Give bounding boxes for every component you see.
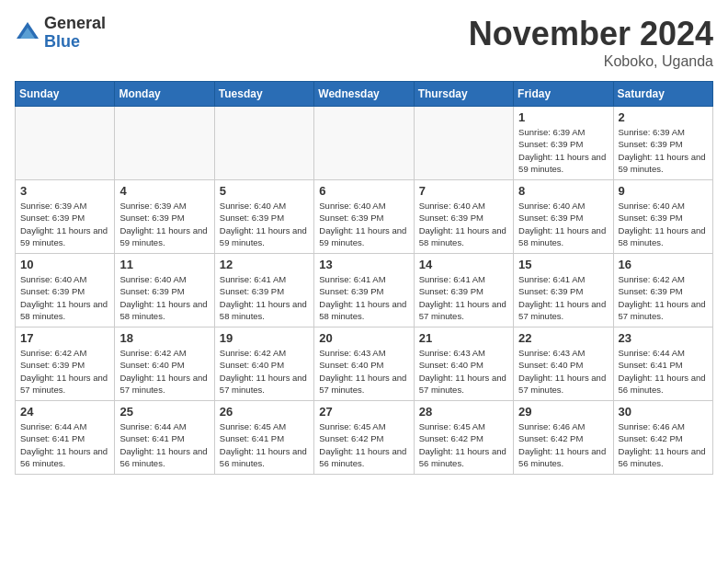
logo: General Blue xyxy=(15,15,106,52)
calendar-cell xyxy=(314,107,414,180)
logo-general: General xyxy=(44,15,106,33)
day-number: 10 xyxy=(20,258,109,271)
calendar-cell: 5Sunrise: 6:40 AM Sunset: 6:39 PM Daylig… xyxy=(214,180,313,254)
calendar-cell: 26Sunrise: 6:45 AM Sunset: 6:41 PM Dayli… xyxy=(214,401,313,475)
day-number: 20 xyxy=(319,331,408,345)
day-info: Sunrise: 6:39 AM Sunset: 6:39 PM Dayligh… xyxy=(119,200,209,248)
day-info: Sunrise: 6:43 AM Sunset: 6:40 PM Dayligh… xyxy=(419,347,508,396)
calendar-week-4: 17Sunrise: 6:42 AM Sunset: 6:39 PM Dayli… xyxy=(16,327,713,401)
day-header-thursday: Thursday xyxy=(414,82,513,107)
calendar-header: SundayMondayTuesdayWednesdayThursdayFrid… xyxy=(16,82,713,107)
day-header-wednesday: Wednesday xyxy=(314,82,414,107)
calendar-cell: 30Sunrise: 6:46 AM Sunset: 6:42 PM Dayli… xyxy=(613,401,712,475)
day-info: Sunrise: 6:40 AM Sunset: 6:39 PM Dayligh… xyxy=(119,273,209,322)
day-info: Sunrise: 6:42 AM Sunset: 6:39 PM Dayligh… xyxy=(20,347,109,396)
day-info: Sunrise: 6:43 AM Sunset: 6:40 PM Dayligh… xyxy=(518,347,608,396)
month-title: November 2024 xyxy=(469,15,713,53)
day-info: Sunrise: 6:41 AM Sunset: 6:39 PM Dayligh… xyxy=(319,273,408,322)
calendar-cell: 22Sunrise: 6:43 AM Sunset: 6:40 PM Dayli… xyxy=(514,327,613,401)
day-info: Sunrise: 6:41 AM Sunset: 6:39 PM Dayligh… xyxy=(220,273,309,322)
day-header-tuesday: Tuesday xyxy=(214,82,313,107)
day-info: Sunrise: 6:44 AM Sunset: 6:41 PM Dayligh… xyxy=(619,347,708,396)
calendar-cell: 19Sunrise: 6:42 AM Sunset: 6:40 PM Dayli… xyxy=(214,327,313,401)
calendar-cell: 7Sunrise: 6:40 AM Sunset: 6:39 PM Daylig… xyxy=(414,180,513,254)
calendar-cell: 17Sunrise: 6:42 AM Sunset: 6:39 PM Dayli… xyxy=(16,327,115,401)
day-info: Sunrise: 6:42 AM Sunset: 6:40 PM Dayligh… xyxy=(220,347,309,396)
day-info: Sunrise: 6:44 AM Sunset: 6:41 PM Dayligh… xyxy=(20,420,109,469)
day-header-sunday: Sunday xyxy=(16,82,115,107)
day-info: Sunrise: 6:45 AM Sunset: 6:42 PM Dayligh… xyxy=(419,420,508,469)
day-info: Sunrise: 6:40 AM Sunset: 6:39 PM Dayligh… xyxy=(619,200,708,248)
calendar-week-1: 1Sunrise: 6:39 AM Sunset: 6:39 PM Daylig… xyxy=(16,107,713,180)
day-number: 3 xyxy=(20,184,109,198)
day-number: 15 xyxy=(518,258,608,271)
day-info: Sunrise: 6:45 AM Sunset: 6:41 PM Dayligh… xyxy=(220,420,309,469)
title-block: November 2024 Koboko, Uganda xyxy=(469,15,713,70)
calendar-cell xyxy=(414,107,513,180)
calendar-cell: 27Sunrise: 6:45 AM Sunset: 6:42 PM Dayli… xyxy=(314,401,414,475)
day-info: Sunrise: 6:42 AM Sunset: 6:40 PM Dayligh… xyxy=(119,347,209,396)
calendar-week-5: 24Sunrise: 6:44 AM Sunset: 6:41 PM Dayli… xyxy=(16,401,713,475)
day-number: 1 xyxy=(518,110,608,124)
location: Koboko, Uganda xyxy=(469,53,713,70)
day-info: Sunrise: 6:41 AM Sunset: 6:39 PM Dayligh… xyxy=(419,273,508,322)
logo-blue: Blue xyxy=(44,33,106,52)
day-number: 28 xyxy=(419,405,508,419)
day-info: Sunrise: 6:39 AM Sunset: 6:39 PM Dayligh… xyxy=(619,126,708,175)
calendar-cell: 18Sunrise: 6:42 AM Sunset: 6:40 PM Dayli… xyxy=(115,327,214,401)
calendar-cell: 9Sunrise: 6:40 AM Sunset: 6:39 PM Daylig… xyxy=(613,180,712,254)
calendar-week-2: 3Sunrise: 6:39 AM Sunset: 6:39 PM Daylig… xyxy=(16,180,713,254)
calendar-cell: 6Sunrise: 6:40 AM Sunset: 6:39 PM Daylig… xyxy=(314,180,414,254)
day-header-monday: Monday xyxy=(115,82,214,107)
calendar-cell: 16Sunrise: 6:42 AM Sunset: 6:39 PM Dayli… xyxy=(613,254,712,327)
day-number: 9 xyxy=(619,184,708,198)
page-header: General Blue November 2024 Koboko, Ugand… xyxy=(15,15,713,70)
calendar-cell: 8Sunrise: 6:40 AM Sunset: 6:39 PM Daylig… xyxy=(514,180,613,254)
calendar-cell: 21Sunrise: 6:43 AM Sunset: 6:40 PM Dayli… xyxy=(414,327,513,401)
day-number: 6 xyxy=(319,184,408,198)
day-number: 21 xyxy=(419,331,508,345)
calendar-cell: 14Sunrise: 6:41 AM Sunset: 6:39 PM Dayli… xyxy=(414,254,513,327)
day-number: 27 xyxy=(319,405,408,419)
day-info: Sunrise: 6:45 AM Sunset: 6:42 PM Dayligh… xyxy=(319,420,408,469)
calendar-cell: 25Sunrise: 6:44 AM Sunset: 6:41 PM Dayli… xyxy=(115,401,214,475)
calendar-cell: 23Sunrise: 6:44 AM Sunset: 6:41 PM Dayli… xyxy=(613,327,712,401)
day-number: 25 xyxy=(119,405,209,419)
day-header-saturday: Saturday xyxy=(613,82,712,107)
calendar-cell: 10Sunrise: 6:40 AM Sunset: 6:39 PM Dayli… xyxy=(16,254,115,327)
day-number: 5 xyxy=(220,184,309,198)
calendar-cell: 24Sunrise: 6:44 AM Sunset: 6:41 PM Dayli… xyxy=(16,401,115,475)
day-number: 29 xyxy=(518,405,608,419)
calendar-cell: 3Sunrise: 6:39 AM Sunset: 6:39 PM Daylig… xyxy=(16,180,115,254)
day-info: Sunrise: 6:43 AM Sunset: 6:40 PM Dayligh… xyxy=(319,347,408,396)
day-info: Sunrise: 6:39 AM Sunset: 6:39 PM Dayligh… xyxy=(518,126,608,175)
day-number: 23 xyxy=(619,331,708,345)
day-info: Sunrise: 6:40 AM Sunset: 6:39 PM Dayligh… xyxy=(518,200,608,248)
day-number: 8 xyxy=(518,184,608,198)
calendar-cell: 20Sunrise: 6:43 AM Sunset: 6:40 PM Dayli… xyxy=(314,327,414,401)
day-info: Sunrise: 6:39 AM Sunset: 6:39 PM Dayligh… xyxy=(20,200,109,248)
calendar-cell: 29Sunrise: 6:46 AM Sunset: 6:42 PM Dayli… xyxy=(514,401,613,475)
day-number: 24 xyxy=(20,405,109,419)
day-number: 12 xyxy=(220,258,309,271)
day-info: Sunrise: 6:41 AM Sunset: 6:39 PM Dayligh… xyxy=(518,273,608,322)
day-number: 11 xyxy=(119,258,209,271)
day-number: 17 xyxy=(20,331,109,345)
logo-icon xyxy=(15,20,40,46)
day-info: Sunrise: 6:44 AM Sunset: 6:41 PM Dayligh… xyxy=(119,420,209,469)
day-number: 26 xyxy=(220,405,309,419)
calendar-cell: 12Sunrise: 6:41 AM Sunset: 6:39 PM Dayli… xyxy=(214,254,313,327)
day-number: 2 xyxy=(619,110,708,124)
day-number: 16 xyxy=(619,258,708,271)
day-number: 30 xyxy=(619,405,708,419)
day-number: 18 xyxy=(119,331,209,345)
calendar-cell xyxy=(115,107,214,180)
calendar-table: SundayMondayTuesdayWednesdayThursdayFrid… xyxy=(15,81,713,475)
day-info: Sunrise: 6:42 AM Sunset: 6:39 PM Dayligh… xyxy=(619,273,708,322)
day-number: 13 xyxy=(319,258,408,271)
day-number: 19 xyxy=(220,331,309,345)
calendar-cell: 15Sunrise: 6:41 AM Sunset: 6:39 PM Dayli… xyxy=(514,254,613,327)
day-number: 7 xyxy=(419,184,508,198)
calendar-cell: 2Sunrise: 6:39 AM Sunset: 6:39 PM Daylig… xyxy=(613,107,712,180)
day-header-friday: Friday xyxy=(514,82,613,107)
